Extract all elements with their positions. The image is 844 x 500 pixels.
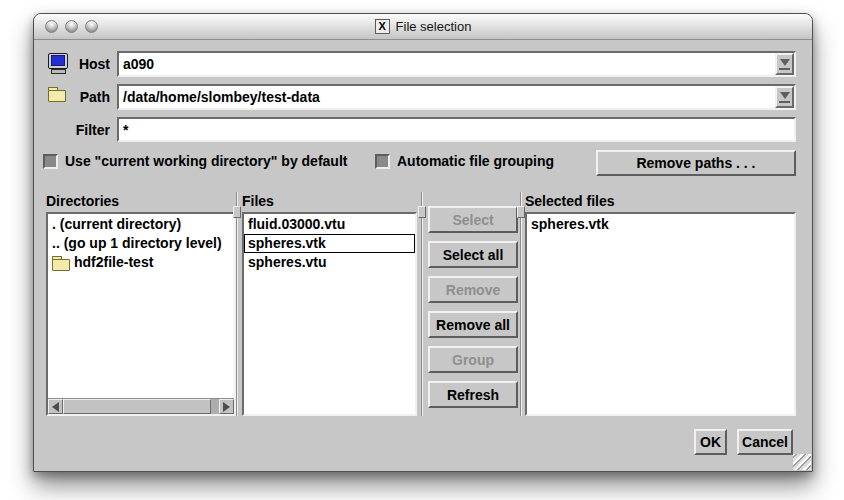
chevron-down-icon	[780, 59, 790, 66]
host-dropdown-button[interactable]	[775, 53, 794, 75]
splitter-handle[interactable]	[418, 206, 426, 218]
files-list: fluid.03000.vtu spheres.vtk spheres.vtu	[242, 212, 417, 416]
select-all-button[interactable]: Select all	[428, 241, 518, 268]
remove-paths-button[interactable]: Remove paths . . .	[596, 150, 796, 176]
filter-label: Filter	[48, 120, 110, 140]
selected-files-label: Selected files	[525, 193, 615, 209]
remove-all-button[interactable]: Remove all	[428, 311, 518, 338]
ok-button[interactable]: OK	[694, 429, 727, 455]
select-button: Select	[428, 206, 518, 233]
use-cwd-label: Use "current working directory" by defau…	[65, 152, 347, 171]
filter-field	[117, 117, 796, 142]
path-label: Path	[48, 87, 110, 107]
splitter	[518, 192, 524, 416]
use-cwd-checkbox[interactable]	[43, 154, 58, 169]
selected-files-list: spheres.vtk	[525, 212, 796, 416]
refresh-button[interactable]: Refresh	[428, 381, 518, 408]
window-title: File selection	[396, 19, 472, 34]
directories-label: Directories	[46, 193, 119, 209]
splitter	[419, 192, 425, 416]
path-input[interactable]	[119, 86, 775, 108]
host-label: Host	[48, 54, 110, 74]
splitter-handle[interactable]	[233, 206, 241, 218]
remove-button: Remove	[428, 276, 518, 303]
auto-grouping-checkbox[interactable]	[375, 154, 390, 169]
splitter-handle[interactable]	[517, 206, 525, 218]
host-input[interactable]	[119, 53, 775, 75]
folder-icon	[52, 256, 69, 269]
list-item[interactable]: spheres.vtu	[244, 253, 415, 272]
list-item[interactable]: fluid.03000.vtu	[244, 215, 415, 234]
scrollbar-track[interactable]	[63, 399, 219, 414]
triangle-left-icon	[52, 402, 59, 412]
path-field	[117, 84, 796, 110]
horizontal-scrollbar	[48, 398, 234, 414]
triangle-right-icon	[223, 402, 230, 412]
scroll-right-button[interactable]	[219, 399, 234, 414]
scroll-left-button[interactable]	[48, 399, 63, 414]
list-item-selected[interactable]: spheres.vtk	[244, 234, 415, 253]
resize-grip-icon[interactable]	[793, 454, 811, 470]
list-item[interactable]: spheres.vtk	[527, 215, 794, 234]
title-bar[interactable]: X File selection	[34, 14, 812, 40]
x11-icon: X	[375, 19, 390, 34]
file-selection-dialog: X File selection Host Path Filter Use "c…	[33, 13, 813, 472]
list-item[interactable]: hdf2file-test	[48, 253, 234, 272]
group-button: Group	[428, 346, 518, 373]
directories-list: . (current directory) .. (go up 1 direct…	[46, 212, 236, 416]
scrollbar-thumb[interactable]	[63, 399, 211, 414]
auto-grouping-label: Automatic file grouping	[397, 152, 554, 171]
cancel-button[interactable]: Cancel	[737, 429, 793, 455]
path-dropdown-button[interactable]	[775, 86, 794, 108]
filter-input[interactable]	[119, 119, 794, 140]
splitter	[234, 192, 240, 416]
list-item[interactable]: .. (go up 1 directory level)	[48, 234, 234, 253]
list-item[interactable]: . (current directory)	[48, 215, 234, 234]
files-label: Files	[242, 193, 274, 209]
window-title-group: X File selection	[34, 14, 812, 39]
host-field	[117, 51, 796, 77]
chevron-down-icon	[780, 92, 790, 99]
